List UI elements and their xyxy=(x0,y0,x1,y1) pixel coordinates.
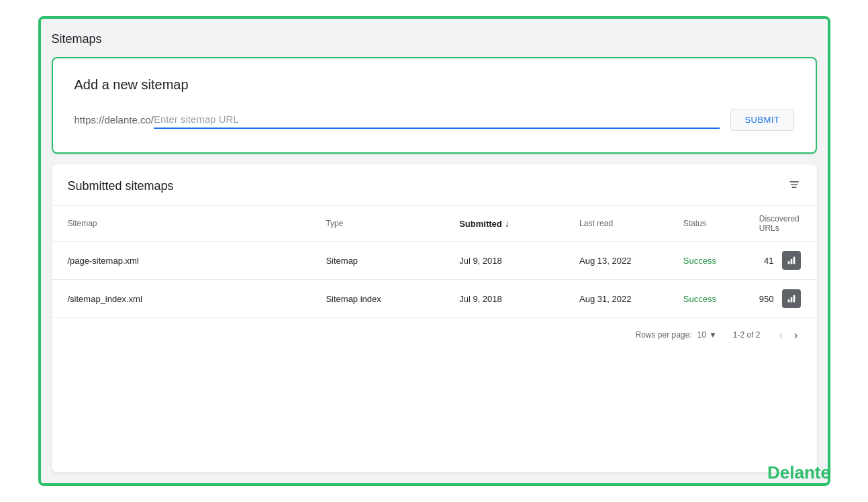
sitemap-submitted-2: Jul 9, 2018 xyxy=(443,280,563,318)
col-header-submitted[interactable]: Submitted ↓ xyxy=(443,206,563,242)
url-prefix: https://delante.co/ xyxy=(75,114,154,126)
sitemap-path-2: /sitemap_index.xml xyxy=(52,280,310,318)
filter-icon[interactable] xyxy=(787,178,801,195)
prev-page-button[interactable]: ‹ xyxy=(777,326,786,344)
logo-d: D xyxy=(767,462,780,483)
page-nav: ‹ › xyxy=(777,326,801,344)
sitemap-type-2: Sitemap index xyxy=(309,280,443,318)
sitemaps-table: Sitemap Type Submitted ↓ Last re xyxy=(52,206,817,318)
add-sitemap-card: Add a new sitemap https://delante.co/ SU… xyxy=(52,57,817,154)
sitemap-lastread-2: Aug 31, 2022 xyxy=(563,280,667,318)
sitemap-urls-2: 950 xyxy=(743,280,817,318)
submit-button[interactable]: SUBMIT xyxy=(730,109,793,131)
rows-per-page-select[interactable]: 10 ▼ xyxy=(697,330,717,340)
logo-elante: elante xyxy=(780,462,830,483)
submitted-header: Submitted sitemaps xyxy=(52,164,817,206)
bar-chart-icon-2[interactable] xyxy=(782,289,801,308)
sort-arrow-icon: ↓ xyxy=(505,218,510,229)
url-input-row: https://delante.co/ SUBMIT xyxy=(75,109,794,131)
page-title: Sitemaps xyxy=(52,30,817,49)
svg-rect-5 xyxy=(793,295,795,303)
sitemap-submitted-1: Jul 9, 2018 xyxy=(443,242,563,280)
rows-per-page: Rows per page: 10 ▼ xyxy=(636,330,717,340)
svg-rect-2 xyxy=(793,257,795,264)
url-input-wrapper xyxy=(154,111,720,129)
col-header-lastread: Last read xyxy=(563,206,667,242)
sitemap-status-2: Success xyxy=(667,280,743,318)
rows-dropdown-icon[interactable]: ▼ xyxy=(709,330,717,340)
col-header-status: Status xyxy=(667,206,743,242)
pagination-row: Rows per page: 10 ▼ 1-2 of 2 ‹ › xyxy=(52,318,817,352)
bar-chart-icon-1[interactable] xyxy=(782,251,801,270)
table-row: /page-sitemap.xml Sitemap Jul 9, 2018 Au… xyxy=(52,242,817,280)
sitemap-status-1: Success xyxy=(667,242,743,280)
sitemap-urls-1: 41 xyxy=(743,242,817,280)
sitemap-path-1: /page-sitemap.xml xyxy=(52,242,310,280)
col-header-type: Type xyxy=(309,206,443,242)
sitemap-lastread-1: Aug 13, 2022 xyxy=(563,242,667,280)
svg-rect-3 xyxy=(787,299,789,302)
submitted-sitemaps-card: Submitted sitemaps Sitemap Type xyxy=(52,164,817,472)
submitted-title: Submitted sitemaps xyxy=(68,179,174,193)
main-container: Sitemaps Add a new sitemap https://delan… xyxy=(38,16,830,486)
next-page-button[interactable]: › xyxy=(791,326,801,344)
svg-rect-0 xyxy=(787,261,789,264)
page-info: 1-2 of 2 xyxy=(733,330,761,340)
col-header-sitemap: Sitemap xyxy=(52,206,310,242)
add-sitemap-title: Add a new sitemap xyxy=(75,77,794,93)
sitemap-type-1: Sitemap xyxy=(309,242,443,280)
delante-logo: Delante xyxy=(767,462,830,483)
rows-per-page-value: 10 xyxy=(697,330,706,340)
col-header-urls: Discovered URLs xyxy=(743,206,817,242)
sitemap-url-input[interactable] xyxy=(154,111,720,128)
rows-per-page-label: Rows per page: xyxy=(636,330,692,340)
svg-rect-4 xyxy=(790,297,792,302)
table-row: /sitemap_index.xml Sitemap index Jul 9, … xyxy=(52,280,817,318)
svg-rect-1 xyxy=(790,259,792,264)
